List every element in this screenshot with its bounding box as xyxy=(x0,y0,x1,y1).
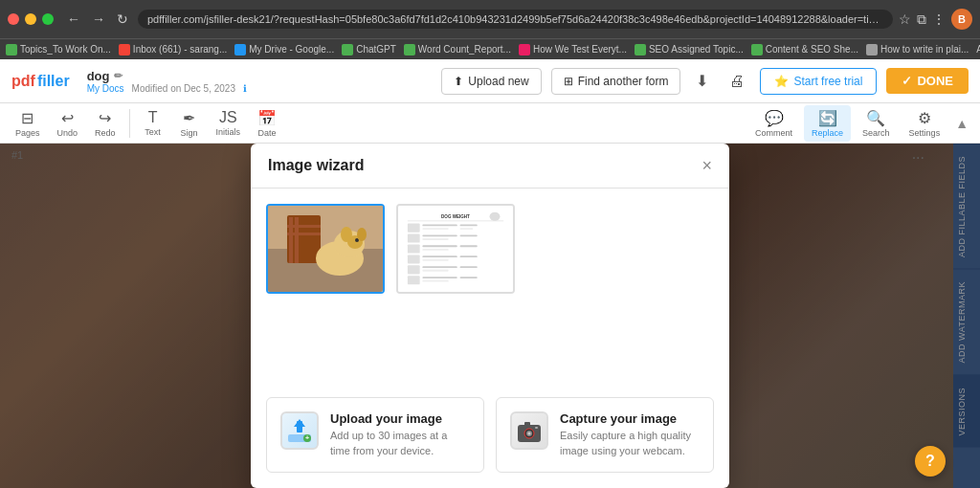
comment-icon: 💬 xyxy=(765,109,784,127)
capture-action-card[interactable]: Capture your image Easily capture a high… xyxy=(496,397,714,473)
svg-rect-34 xyxy=(408,265,420,274)
capture-action-icon xyxy=(510,411,548,450)
svg-rect-1 xyxy=(268,206,383,249)
breadcrumb[interactable]: My Docs xyxy=(87,83,124,94)
bookmark-5[interactable]: How We Test Everyt... xyxy=(519,44,627,55)
toolbar-date[interactable]: 📅 Date xyxy=(250,105,284,142)
toolbar-divider-1 xyxy=(129,109,130,138)
capture-action-desc: Easily capture a high quality image usin… xyxy=(560,429,700,458)
initials-icon: JS xyxy=(219,109,237,126)
find-another-form-btn[interactable]: ⊞ Find another form xyxy=(551,68,681,95)
toolbar-sign[interactable]: ✒ Sign xyxy=(172,105,207,142)
upload-new-btn[interactable]: ⬆ Upload new xyxy=(441,68,541,95)
app-header: pdf filler dog ✏ My Docs Modified on Dec… xyxy=(0,59,980,103)
bookmark-8[interactable]: How to write in plai... xyxy=(866,44,969,55)
browser-menu-btn[interactable]: ⋮ xyxy=(932,11,946,27)
browser-close-btn[interactable] xyxy=(8,13,19,25)
svg-rect-3 xyxy=(289,217,293,263)
user-avatar[interactable]: B xyxy=(951,9,972,30)
url-bar[interactable]: pdffiller.com/jsfiller-desk21/?requestHa… xyxy=(138,10,893,29)
toolbar-redo[interactable]: ↪ Redo xyxy=(87,105,123,142)
svg-rect-40 xyxy=(422,280,448,282)
sign-icon: ✒ xyxy=(183,109,195,127)
modal-close-btn[interactable]: × xyxy=(702,157,712,174)
download-btn[interactable]: ⬇ xyxy=(690,66,714,96)
svg-rect-4 xyxy=(295,217,299,263)
bookmark-star-btn[interactable]: ☆ xyxy=(899,11,911,27)
toolbar: ⊟ Pages ↩ Undo ↪ Redo T Text ✒ Sign JS I… xyxy=(0,103,980,144)
doc-name: dog ✏ xyxy=(87,69,247,83)
doc-title-area: dog ✏ My Docs Modified on Dec 5, 2023 ℹ xyxy=(87,69,247,94)
svg-rect-52 xyxy=(535,427,538,429)
undo-icon: ↩ xyxy=(61,109,74,127)
svg-rect-32 xyxy=(422,259,448,261)
bookmark-4[interactable]: Word Count_Report... xyxy=(404,44,511,55)
browser-max-btn[interactable] xyxy=(42,13,54,25)
toolbar-text[interactable]: T Text xyxy=(136,105,170,141)
bookmark-2-icon xyxy=(234,44,246,55)
bookmark-1[interactable]: Inbox (661) - sarang... xyxy=(119,44,227,55)
bookmark-0[interactable]: Topics_To Work On... xyxy=(6,44,111,55)
svg-rect-37 xyxy=(460,266,478,268)
thumb-doc-img: DOG WEIGHT xyxy=(398,206,513,292)
svg-rect-24 xyxy=(422,238,448,240)
svg-point-11 xyxy=(341,227,352,242)
toolbar-undo[interactable]: ↩ Undo xyxy=(50,105,86,142)
toolbar-collapse-btn[interactable]: ▲ xyxy=(951,116,972,131)
browser-min-btn[interactable] xyxy=(25,13,36,25)
thumb-dog-img xyxy=(268,206,383,292)
pages-icon: ⊟ xyxy=(21,109,33,127)
toolbar-initials[interactable]: JS Initials xyxy=(209,105,249,141)
check-icon: ✓ xyxy=(902,74,912,88)
text-icon: T xyxy=(148,109,158,126)
svg-point-50 xyxy=(528,433,531,435)
thumbnail-dog[interactable] xyxy=(266,204,385,294)
doc-svg: DOG WEIGHT xyxy=(398,210,513,288)
svg-text:DOG WEIGHT: DOG WEIGHT xyxy=(441,214,470,219)
bookmark-2[interactable]: My Drive - Google... xyxy=(234,44,334,55)
modal-overlay: Image wizard × xyxy=(0,144,980,488)
start-trial-btn[interactable]: ⭐ Start free trial xyxy=(760,68,877,95)
extensions-btn[interactable]: ⧉ xyxy=(917,11,926,28)
upload-action-icon: + xyxy=(280,411,319,450)
app-logo: pdf filler xyxy=(11,73,70,90)
bookmark-3[interactable]: ChatGPT xyxy=(342,44,396,55)
bookmark-5-icon xyxy=(519,44,530,55)
done-btn[interactable]: ✓ DONE xyxy=(886,68,969,94)
toolbar-settings[interactable]: ⚙ Settings xyxy=(902,105,948,142)
bookmark-1-icon xyxy=(119,44,130,55)
upload-action-card[interactable]: + Upload your image Add up to 30 images … xyxy=(266,397,484,473)
bookmark-7[interactable]: Content & SEO She... xyxy=(751,44,858,55)
toolbar-comment[interactable]: 💬 Comment xyxy=(747,105,800,142)
toolbar-right: 💬 Comment 🔄 Replace 🔍 Search ⚙ Settings … xyxy=(747,105,972,142)
svg-rect-51 xyxy=(524,422,530,426)
bookmarks-bar: Topics_To Work On... Inbox (661) - saran… xyxy=(0,38,980,59)
nav-refresh-btn[interactable]: ↻ xyxy=(113,10,132,29)
toolbar-search[interactable]: 🔍 Search xyxy=(855,105,898,142)
help-bubble[interactable]: ? xyxy=(915,446,946,477)
nav-forward-btn[interactable]: → xyxy=(88,10,109,29)
toolbar-pages[interactable]: ⊟ Pages xyxy=(8,105,48,142)
find-icon: ⊞ xyxy=(564,75,573,88)
nav-back-btn[interactable]: ← xyxy=(63,10,84,29)
svg-rect-29 xyxy=(460,245,478,247)
redo-icon: ↪ xyxy=(99,109,111,127)
modal-body: DOG WEIGHT xyxy=(251,189,729,397)
toolbar-replace[interactable]: 🔄 Replace xyxy=(804,105,851,142)
bookmark-9[interactable]: All Bookmarks xyxy=(976,44,980,55)
svg-rect-27 xyxy=(422,245,457,247)
svg-rect-18 xyxy=(422,224,457,226)
bookmark-0-icon xyxy=(6,44,17,55)
bookmark-7-icon xyxy=(751,44,763,55)
print-btn[interactable]: 🖨 xyxy=(724,67,750,96)
svg-rect-28 xyxy=(422,249,448,251)
logo-pdf: pdf xyxy=(11,73,35,90)
svg-rect-26 xyxy=(408,244,420,253)
thumbnail-document[interactable]: DOG WEIGHT xyxy=(396,204,515,294)
svg-marker-44 xyxy=(294,419,305,427)
edit-icon[interactable]: ✏ xyxy=(114,70,122,82)
svg-rect-33 xyxy=(460,255,478,257)
svg-rect-23 xyxy=(422,234,457,236)
bookmark-6[interactable]: SEO Assigned Topic... xyxy=(635,44,744,55)
svg-rect-20 xyxy=(460,224,478,226)
